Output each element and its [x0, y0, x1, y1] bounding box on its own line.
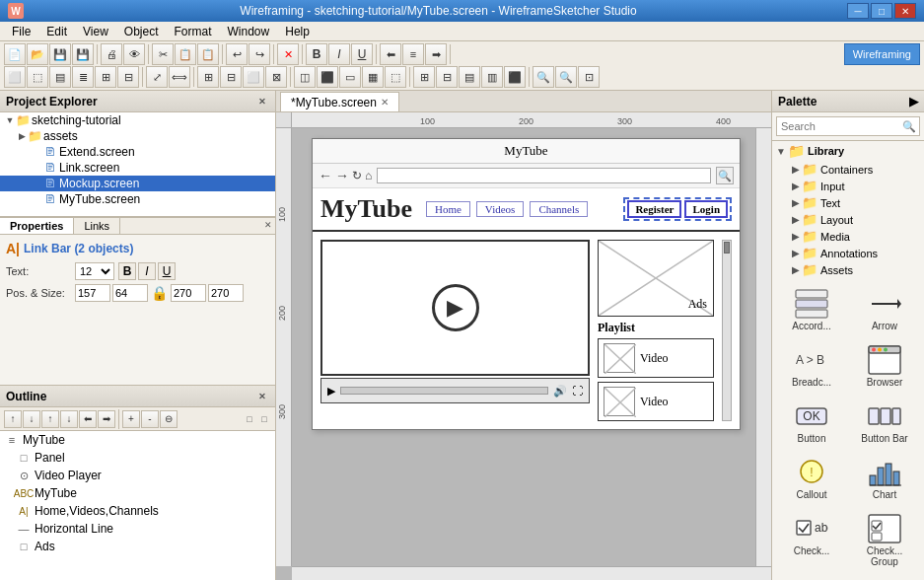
tab-close-icon[interactable]: ✕: [381, 97, 389, 108]
outline-mytube2[interactable]: ABC MyTube: [0, 484, 275, 502]
tb-undo[interactable]: ↩: [226, 43, 248, 65]
outline-navlinks[interactable]: A| Home,Videos,Channels: [0, 502, 275, 520]
menu-window[interactable]: Window: [220, 23, 278, 40]
outline-tb-3[interactable]: ↑: [41, 410, 59, 428]
tab-links[interactable]: Links: [74, 218, 120, 234]
tb-r1[interactable]: ⬜: [4, 66, 26, 88]
tb-align-center[interactable]: ≡: [402, 43, 424, 65]
wf-home-btn[interactable]: ⌂: [365, 169, 372, 182]
tb-r10[interactable]: ⊟: [220, 66, 242, 88]
close-button[interactable]: ✕: [894, 3, 916, 19]
outline-tb-8[interactable]: -: [141, 410, 159, 428]
tb-r20[interactable]: ▤: [459, 66, 480, 88]
tb-delete[interactable]: ✕: [277, 43, 299, 65]
palette-layout[interactable]: ▶ 📁 Layout: [772, 211, 924, 228]
outline-hline[interactable]: — Horizontal Line: [0, 520, 275, 538]
tb-zoom-in[interactable]: 🔍: [555, 66, 577, 88]
wf-nav-channels[interactable]: Channels: [530, 201, 588, 217]
wf-register-btn[interactable]: Register: [627, 200, 681, 218]
outline-tb-7[interactable]: +: [122, 410, 140, 428]
wf-nav-videos[interactable]: Videos: [476, 201, 525, 217]
wf-video-thumb-1[interactable]: Video: [598, 338, 714, 378]
wf-login-btn[interactable]: Login: [684, 200, 728, 218]
h-scrollbar[interactable]: [292, 566, 771, 580]
tb-paste[interactable]: 📋: [197, 43, 219, 65]
tb-zoom-out[interactable]: 🔍: [533, 66, 554, 88]
tb-r6[interactable]: ⊟: [117, 66, 139, 88]
props-close-icon[interactable]: ✕: [261, 218, 275, 232]
tb-r12[interactable]: ⊠: [265, 66, 287, 88]
outline-collapse[interactable]: ⊖: [160, 410, 178, 428]
tree-mytube[interactable]: 🖹 MyTube.screen: [0, 191, 275, 207]
tb-r14[interactable]: ⬛: [317, 66, 338, 88]
palette-item-chart[interactable]: Chart: [849, 451, 920, 505]
tree-mockup[interactable]: 🖹 Mockup.screen: [0, 176, 275, 191]
tb-bold[interactable]: B: [306, 43, 327, 65]
menu-view[interactable]: View: [75, 23, 116, 40]
outline-tb-4[interactable]: ↓: [60, 410, 78, 428]
palette-expand-icon[interactable]: ▶: [909, 95, 918, 109]
palette-item-breadcrumb[interactable]: A > B Breadc...: [776, 338, 847, 393]
tb-save-all[interactable]: 💾: [72, 43, 94, 65]
menu-edit[interactable]: Edit: [38, 23, 75, 40]
tb-preview[interactable]: 👁: [123, 43, 145, 65]
tree-link[interactable]: 🖹 Link.screen: [0, 160, 275, 176]
tb-r13[interactable]: ◫: [294, 66, 316, 88]
tb-italic[interactable]: I: [328, 43, 350, 65]
tree-assets[interactable]: ▶ 📁 assets: [0, 128, 275, 144]
canvas-viewport[interactable]: 100 200 300 400 100 200 300: [276, 112, 771, 580]
tb-r11[interactable]: ⬜: [243, 66, 264, 88]
wf-nav-home[interactable]: Home: [426, 201, 470, 217]
canvas-tab[interactable]: *MyTube.screen ✕: [280, 92, 399, 111]
wf-ctrl-play[interactable]: ▶: [327, 385, 335, 398]
tb-new[interactable]: 📄: [4, 43, 26, 65]
palette-input[interactable]: ▶ 📁 Input: [772, 178, 924, 194]
props-pos-w[interactable]: [171, 284, 206, 302]
tree-extend[interactable]: 🖹 Extend.screen: [0, 144, 275, 160]
outline-mytube[interactable]: ≡ MyTube: [0, 431, 275, 449]
outline-videoplayer[interactable]: ⊙ Video Player: [0, 467, 275, 484]
minimize-button[interactable]: ─: [847, 3, 869, 19]
tb-r15[interactable]: ▭: [339, 66, 361, 88]
palette-item-buttonbar[interactable]: Button Bar: [849, 395, 920, 449]
props-pos-y[interactable]: [112, 284, 148, 302]
tb-r18[interactable]: ⊞: [413, 66, 435, 88]
tb-r5[interactable]: ⊞: [95, 66, 116, 88]
outline-tb-6[interactable]: ➡: [98, 410, 115, 428]
wf-ctrl-vol[interactable]: 🔊: [553, 385, 567, 398]
palette-item-accordion[interactable]: Accord...: [776, 282, 847, 336]
palette-item-arrow[interactable]: Arrow: [849, 282, 920, 336]
palette-item-checkgroup[interactable]: Check... Group: [849, 507, 920, 572]
tb-r3[interactable]: ▤: [49, 66, 71, 88]
tb-cut[interactable]: ✂: [152, 43, 174, 65]
palette-item-browser[interactable]: Browser: [849, 338, 920, 393]
wf-back-btn[interactable]: ←: [319, 168, 332, 183]
tb-r22[interactable]: ⬛: [504, 66, 526, 88]
wf-url-bar[interactable]: [377, 168, 711, 183]
palette-media[interactable]: ▶ 📁 Media: [772, 228, 924, 245]
wf-reload-btn[interactable]: ↻: [352, 169, 362, 182]
tb-copy[interactable]: 📋: [175, 43, 196, 65]
format-italic-btn[interactable]: I: [138, 262, 156, 280]
tb-open[interactable]: 📂: [27, 43, 48, 65]
tb-r4[interactable]: ≣: [72, 66, 94, 88]
wf-scrollbar[interactable]: [722, 240, 732, 421]
palette-text[interactable]: ▶ 📁 Text: [772, 194, 924, 211]
wf-search-btn[interactable]: 🔍: [716, 167, 734, 184]
tb-r9[interactable]: ⊞: [197, 66, 219, 88]
menu-format[interactable]: Format: [167, 23, 220, 40]
tb-r21[interactable]: ▥: [481, 66, 503, 88]
palette-containers[interactable]: ▶ 📁 Containers: [772, 161, 924, 178]
outline-close-icon[interactable]: ✕: [255, 390, 269, 403]
tb-print[interactable]: 🖨: [101, 43, 122, 65]
tab-properties[interactable]: Properties: [0, 218, 74, 234]
tb-r19[interactable]: ⊟: [436, 66, 458, 88]
tb-save[interactable]: 💾: [49, 43, 71, 65]
tb-redo[interactable]: ↪: [249, 43, 270, 65]
outline-minimize[interactable]: □: [243, 412, 256, 426]
outline-tb-2[interactable]: ↓: [23, 410, 40, 428]
wf-forward-btn[interactable]: →: [335, 168, 349, 183]
menu-object[interactable]: Object: [116, 23, 167, 40]
tb-r17[interactable]: ⬚: [385, 66, 406, 88]
v-scrollbar[interactable]: [755, 128, 771, 566]
